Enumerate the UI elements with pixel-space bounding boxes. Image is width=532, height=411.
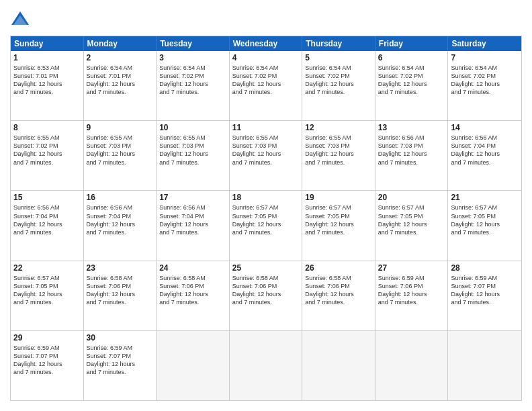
cell-info: Sunrise: 6:54 AM Sunset: 7:02 PM Dayligh… — [159, 64, 226, 97]
table-row: 23Sunrise: 6:58 AM Sunset: 7:06 PM Dayli… — [84, 261, 157, 330]
week-row-3: 15Sunrise: 6:56 AM Sunset: 7:04 PM Dayli… — [11, 190, 521, 260]
table-row: 13Sunrise: 6:56 AM Sunset: 7:03 PM Dayli… — [375, 121, 449, 190]
table-row: 22Sunrise: 6:57 AM Sunset: 7:05 PM Dayli… — [11, 261, 84, 330]
cell-info: Sunrise: 6:56 AM Sunset: 7:04 PM Dayligh… — [13, 203, 81, 236]
cell-info: Sunrise: 6:54 AM Sunset: 7:02 PM Dayligh… — [378, 64, 445, 97]
day-number: 2 — [87, 53, 154, 62]
day-number: 13 — [378, 123, 445, 132]
week-row-4: 22Sunrise: 6:57 AM Sunset: 7:05 PM Dayli… — [11, 261, 521, 330]
cell-info: Sunrise: 6:56 AM Sunset: 7:04 PM Dayligh… — [87, 203, 154, 236]
day-number: 12 — [305, 123, 372, 132]
table-row: 7Sunrise: 6:54 AM Sunset: 7:02 PM Daylig… — [448, 51, 521, 120]
table-row: 5Sunrise: 6:54 AM Sunset: 7:02 PM Daylig… — [302, 51, 375, 120]
logo — [10, 10, 33, 30]
day-number: 16 — [87, 193, 154, 202]
cell-info: Sunrise: 6:56 AM Sunset: 7:04 PM Dayligh… — [159, 203, 226, 236]
day-number: 17 — [159, 193, 226, 202]
table-row: 4Sunrise: 6:54 AM Sunset: 7:02 PM Daylig… — [230, 51, 303, 120]
cell-info: Sunrise: 6:58 AM Sunset: 7:06 PM Dayligh… — [232, 274, 300, 307]
table-row: 27Sunrise: 6:59 AM Sunset: 7:06 PM Dayli… — [375, 261, 449, 330]
day-number: 15 — [13, 193, 81, 202]
header-wednesday: Wednesday — [230, 36, 303, 51]
header-sunday: Sunday — [11, 36, 84, 51]
header-friday: Friday — [375, 36, 449, 51]
day-number: 5 — [305, 53, 372, 62]
table-row: 21Sunrise: 6:57 AM Sunset: 7:05 PM Dayli… — [448, 191, 521, 260]
cell-info: Sunrise: 6:53 AM Sunset: 7:01 PM Dayligh… — [13, 64, 81, 97]
day-number: 21 — [451, 193, 519, 202]
table-row — [375, 331, 449, 400]
cell-info: Sunrise: 6:57 AM Sunset: 7:05 PM Dayligh… — [451, 203, 519, 236]
cell-info: Sunrise: 6:54 AM Sunset: 7:01 PM Dayligh… — [87, 64, 154, 97]
page: Sunday Monday Tuesday Wednesday Thursday… — [0, 0, 532, 411]
day-number: 11 — [232, 123, 300, 132]
table-row: 15Sunrise: 6:56 AM Sunset: 7:04 PM Dayli… — [11, 191, 84, 260]
cell-info: Sunrise: 6:59 AM Sunset: 7:07 PM Dayligh… — [13, 344, 81, 377]
cell-info: Sunrise: 6:58 AM Sunset: 7:06 PM Dayligh… — [87, 274, 154, 307]
cell-info: Sunrise: 6:54 AM Sunset: 7:02 PM Dayligh… — [305, 64, 372, 97]
cell-info: Sunrise: 6:55 AM Sunset: 7:03 PM Dayligh… — [232, 134, 300, 167]
table-row: 25Sunrise: 6:58 AM Sunset: 7:06 PM Dayli… — [230, 261, 303, 330]
day-number: 22 — [13, 263, 81, 273]
day-number: 6 — [378, 53, 445, 62]
table-row — [157, 331, 230, 400]
week-row-5: 29Sunrise: 6:59 AM Sunset: 7:07 PM Dayli… — [11, 330, 521, 400]
day-number: 10 — [159, 123, 226, 132]
day-number: 28 — [451, 263, 519, 273]
header — [10, 10, 522, 30]
header-monday: Monday — [84, 36, 157, 51]
table-row: 8Sunrise: 6:55 AM Sunset: 7:02 PM Daylig… — [11, 121, 84, 190]
day-number: 20 — [378, 193, 445, 202]
table-row: 18Sunrise: 6:57 AM Sunset: 7:05 PM Dayli… — [230, 191, 303, 260]
cell-info: Sunrise: 6:55 AM Sunset: 7:03 PM Dayligh… — [159, 134, 226, 167]
cell-info: Sunrise: 6:55 AM Sunset: 7:03 PM Dayligh… — [87, 134, 154, 167]
table-row: 1Sunrise: 6:53 AM Sunset: 7:01 PM Daylig… — [11, 51, 84, 120]
table-row: 30Sunrise: 6:59 AM Sunset: 7:07 PM Dayli… — [84, 331, 157, 400]
day-number: 30 — [87, 333, 154, 342]
table-row: 24Sunrise: 6:58 AM Sunset: 7:06 PM Dayli… — [157, 261, 230, 330]
day-number: 8 — [13, 123, 81, 132]
day-number: 19 — [305, 193, 372, 202]
cell-info: Sunrise: 6:59 AM Sunset: 7:07 PM Dayligh… — [451, 274, 519, 307]
table-row: 19Sunrise: 6:57 AM Sunset: 7:05 PM Dayli… — [302, 191, 375, 260]
cell-info: Sunrise: 6:58 AM Sunset: 7:06 PM Dayligh… — [305, 274, 372, 307]
cell-info: Sunrise: 6:59 AM Sunset: 7:06 PM Dayligh… — [378, 274, 445, 307]
header-saturday: Saturday — [448, 36, 521, 51]
cell-info: Sunrise: 6:57 AM Sunset: 7:05 PM Dayligh… — [232, 203, 300, 236]
day-number: 1 — [13, 53, 81, 62]
day-number: 25 — [232, 263, 300, 273]
day-number: 4 — [232, 53, 300, 62]
day-number: 27 — [378, 263, 445, 273]
table-row: 6Sunrise: 6:54 AM Sunset: 7:02 PM Daylig… — [375, 51, 449, 120]
logo-icon — [10, 10, 30, 30]
table-row: 12Sunrise: 6:55 AM Sunset: 7:03 PM Dayli… — [302, 121, 375, 190]
table-row: 9Sunrise: 6:55 AM Sunset: 7:03 PM Daylig… — [84, 121, 157, 190]
table-row — [230, 331, 303, 400]
cell-info: Sunrise: 6:59 AM Sunset: 7:07 PM Dayligh… — [87, 344, 154, 377]
day-number: 3 — [159, 53, 226, 62]
day-number: 26 — [305, 263, 372, 273]
cell-info: Sunrise: 6:57 AM Sunset: 7:05 PM Dayligh… — [378, 203, 445, 236]
cell-info: Sunrise: 6:57 AM Sunset: 7:05 PM Dayligh… — [13, 274, 81, 307]
table-row: 28Sunrise: 6:59 AM Sunset: 7:07 PM Dayli… — [448, 261, 521, 330]
day-number: 24 — [159, 263, 226, 273]
table-row: 14Sunrise: 6:56 AM Sunset: 7:04 PM Dayli… — [448, 121, 521, 190]
header-thursday: Thursday — [302, 36, 375, 51]
day-number: 7 — [451, 53, 519, 62]
table-row — [448, 331, 521, 400]
cell-info: Sunrise: 6:58 AM Sunset: 7:06 PM Dayligh… — [159, 274, 226, 307]
calendar-body: 1Sunrise: 6:53 AM Sunset: 7:01 PM Daylig… — [11, 51, 521, 400]
cell-info: Sunrise: 6:55 AM Sunset: 7:03 PM Dayligh… — [305, 134, 372, 167]
day-number: 9 — [87, 123, 154, 132]
cell-info: Sunrise: 6:54 AM Sunset: 7:02 PM Dayligh… — [232, 64, 300, 97]
day-number: 29 — [13, 333, 81, 342]
table-row — [302, 331, 375, 400]
table-row: 10Sunrise: 6:55 AM Sunset: 7:03 PM Dayli… — [157, 121, 230, 190]
table-row: 3Sunrise: 6:54 AM Sunset: 7:02 PM Daylig… — [157, 51, 230, 120]
week-row-1: 1Sunrise: 6:53 AM Sunset: 7:01 PM Daylig… — [11, 51, 521, 120]
table-row: 17Sunrise: 6:56 AM Sunset: 7:04 PM Dayli… — [157, 191, 230, 260]
calendar: Sunday Monday Tuesday Wednesday Thursday… — [10, 36, 522, 401]
table-row: 20Sunrise: 6:57 AM Sunset: 7:05 PM Dayli… — [375, 191, 449, 260]
week-row-2: 8Sunrise: 6:55 AM Sunset: 7:02 PM Daylig… — [11, 120, 521, 190]
table-row: 26Sunrise: 6:58 AM Sunset: 7:06 PM Dayli… — [302, 261, 375, 330]
